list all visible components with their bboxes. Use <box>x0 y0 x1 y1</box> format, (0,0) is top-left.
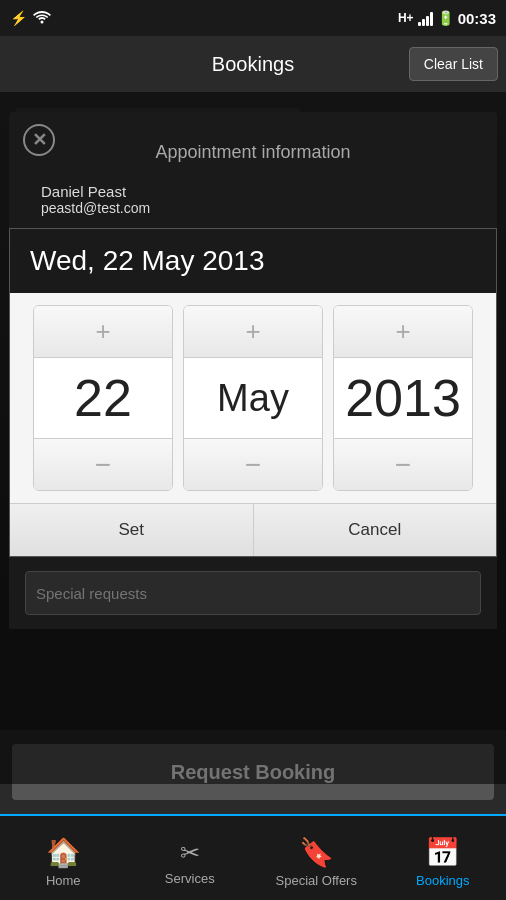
status-bar: ⚡ H+ 🔋 00:33 <box>0 0 506 36</box>
year-increment-button[interactable]: + <box>334 306 472 358</box>
year-spinner: + 2013 − <box>333 305 473 491</box>
plus-icon-day: + <box>95 316 110 347</box>
minus-icon-day: − <box>95 449 111 481</box>
services-icon: ✂ <box>180 839 200 867</box>
plus-icon-year: + <box>395 316 410 347</box>
month-value: May <box>184 358 322 438</box>
status-left-icons: ⚡ <box>10 10 51 27</box>
date-display: Wed, 22 May 2013 <box>10 229 496 293</box>
clear-list-button[interactable]: Clear List <box>409 47 498 81</box>
close-circle: ✕ <box>23 124 55 156</box>
plus-icon-month: + <box>245 316 260 347</box>
signal-bars <box>418 10 433 26</box>
nav-item-bookings[interactable]: 📅 Bookings <box>380 816 507 900</box>
special-offers-icon: 🔖 <box>299 836 334 869</box>
spinner-row: + 22 − + May − + <box>10 293 496 503</box>
minus-icon-year: − <box>395 449 411 481</box>
status-right-icons: H+ 🔋 00:33 <box>398 10 496 27</box>
bookings-icon: 📅 <box>425 836 460 869</box>
usb-icon: ⚡ <box>10 10 27 26</box>
appointment-info-card: ✕ Appointment information Daniel Peast p… <box>9 112 497 228</box>
battery-icon: 🔋 <box>437 10 454 26</box>
modal-title: Appointment information <box>41 142 465 163</box>
time-display: 00:33 <box>458 10 496 27</box>
top-bar: Bookings Clear List <box>0 36 506 92</box>
page-title: Bookings <box>212 53 294 76</box>
day-decrement-button[interactable]: − <box>34 438 172 490</box>
user-info: Daniel Peast peastd@test.com <box>25 175 481 228</box>
date-display-text: Wed, 22 May 2013 <box>30 245 476 277</box>
year-decrement-button[interactable]: − <box>334 438 472 490</box>
wifi-icon <box>33 10 51 27</box>
close-button[interactable]: ✕ <box>21 122 57 158</box>
svg-point-0 <box>41 20 44 23</box>
dialog-action-buttons: Set Cancel <box>10 503 496 556</box>
day-value: 22 <box>34 358 172 438</box>
minus-icon-month: − <box>245 449 261 481</box>
bottom-nav: 🏠 Home ✂ Services 🔖 Special Offers 📅 Boo… <box>0 814 506 900</box>
nav-label-services: Services <box>165 871 215 886</box>
user-name: Daniel Peast <box>41 183 465 200</box>
day-increment-button[interactable]: + <box>34 306 172 358</box>
nav-label-home: Home <box>46 873 81 888</box>
nav-label-bookings: Bookings <box>416 873 469 888</box>
nav-item-services[interactable]: ✂ Services <box>127 816 254 900</box>
nav-item-home[interactable]: 🏠 Home <box>0 816 127 900</box>
month-increment-button[interactable]: + <box>184 306 322 358</box>
month-decrement-button[interactable]: − <box>184 438 322 490</box>
below-dialog-section <box>9 557 497 629</box>
nav-label-special-offers: Special Offers <box>276 873 357 888</box>
date-picker-dialog: Wed, 22 May 2013 + 22 − + May <box>9 228 497 557</box>
user-email: peastd@test.com <box>41 200 465 216</box>
day-spinner: + 22 − <box>33 305 173 491</box>
home-icon: 🏠 <box>46 836 81 869</box>
month-spinner: + May − <box>183 305 323 491</box>
set-button[interactable]: Set <box>10 504 254 556</box>
nav-item-special-offers[interactable]: 🔖 Special Offers <box>253 816 380 900</box>
year-value: 2013 <box>334 358 472 438</box>
modal-header: Appointment information <box>25 122 481 175</box>
hplus-label: H+ <box>398 11 414 25</box>
close-icon: ✕ <box>32 129 47 151</box>
cancel-button[interactable]: Cancel <box>254 504 497 556</box>
special-requests-input[interactable] <box>25 571 481 615</box>
modal: ✕ Appointment information Daniel Peast p… <box>0 92 506 784</box>
